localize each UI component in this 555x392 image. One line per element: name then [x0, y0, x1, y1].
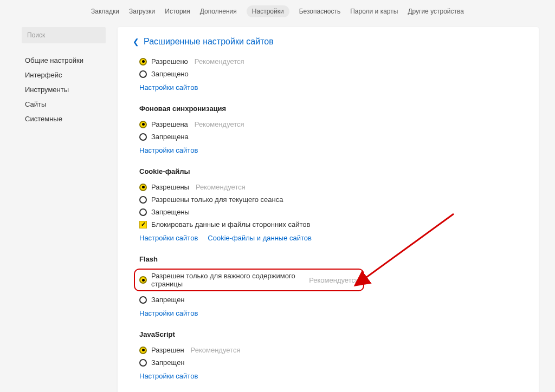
top-tabs: Закладки Загрузки История Дополнения Нас…	[0, 0, 555, 22]
option-allowed[interactable]: Разрешено Рекомендуется	[139, 55, 524, 68]
main-panel: ❮ Расширенные настройки сайтов Разрешено…	[118, 27, 539, 392]
sidebar: Поиск Общие настройки Интерфейс Инструме…	[22, 27, 106, 392]
option-allowed[interactable]: Разрешены Рекомендуется	[139, 181, 524, 193]
sidebar-item-system[interactable]: Системные	[22, 112, 106, 126]
tab-downloads[interactable]: Загрузки	[129, 8, 155, 15]
site-settings-link[interactable]: Настройки сайтов	[139, 309, 198, 317]
radio-icon[interactable]	[139, 359, 147, 367]
section-cookies: Cookie-файлы Разрешены Рекомендуется Раз…	[133, 167, 524, 242]
radio-icon[interactable]	[139, 184, 147, 191]
recommended-hint: Рекомендуется	[195, 57, 244, 66]
section-title: JavaScript	[139, 330, 524, 338]
option-allowed[interactable]: Разрешен Рекомендуется	[139, 344, 524, 356]
option-label: Запрещены	[151, 208, 190, 216]
section-title: Flash	[139, 255, 524, 263]
option-denied[interactable]: Запрещен	[139, 293, 524, 306]
recommended-hint: Рекомендуется	[195, 120, 244, 128]
site-settings-link[interactable]: Настройки сайтов	[139, 83, 198, 92]
tab-security[interactable]: Безопасность	[299, 8, 341, 15]
sidebar-item-tools[interactable]: Инструменты	[22, 82, 106, 97]
sidebar-item-sites[interactable]: Сайты	[22, 97, 106, 112]
recommended-hint: Рекомендуется	[309, 276, 359, 284]
section-generic: Разрешено Рекомендуется Запрещено Настро…	[133, 55, 524, 92]
option-label: Блокировать данные и файлы сторонних сай…	[151, 220, 310, 228]
option-label: Разрешено	[151, 57, 188, 66]
option-label: Запрещен	[151, 358, 185, 367]
recommended-hint: Рекомендуется	[196, 183, 246, 191]
option-label: Запрещен	[151, 296, 185, 304]
site-settings-link[interactable]: Настройки сайтов	[139, 372, 198, 380]
cookie-data-link[interactable]: Cookie-файлы и данные сайтов	[208, 234, 312, 242]
highlighted-option: Разрешен только для важного содержимого …	[134, 269, 364, 291]
section-javascript: JavaScript Разрешен Рекомендуется Запрещ…	[133, 330, 524, 380]
radio-icon[interactable]	[139, 347, 147, 354]
main-header[interactable]: ❮ Расширенные настройки сайтов	[133, 37, 524, 47]
option-session-only[interactable]: Разрешены только для текущего сеанса	[139, 193, 524, 206]
option-block-third-party[interactable]: ✓ Блокировать данные и файлы сторонних с…	[139, 218, 524, 231]
option-denied[interactable]: Запрещена	[139, 130, 524, 143]
sidebar-item-interface[interactable]: Интерфейс	[22, 68, 106, 82]
search-input[interactable]: Поиск	[22, 27, 106, 43]
option-label: Запрещено	[151, 70, 189, 78]
tab-devices[interactable]: Другие устройства	[408, 8, 464, 15]
radio-icon[interactable]	[139, 296, 147, 304]
section-background-sync: Фоновая синхронизация Разрешена Рекоменд…	[133, 104, 524, 154]
radio-icon[interactable]	[139, 208, 147, 216]
option-allowed[interactable]: Разрешена Рекомендуется	[139, 118, 524, 130]
page-title: Расширенные настройки сайтов	[144, 37, 274, 47]
tab-passwords[interactable]: Пароли и карты	[350, 8, 398, 15]
section-flash: Flash Разрешен только для важного содерж…	[133, 255, 524, 317]
radio-icon[interactable]	[139, 58, 147, 66]
section-title: Cookie-файлы	[139, 167, 524, 175]
radio-icon[interactable]	[139, 133, 147, 141]
option-label: Разрешены только для текущего сеанса	[151, 195, 283, 204]
tab-history[interactable]: История	[165, 8, 190, 15]
checkbox-icon[interactable]: ✓	[139, 221, 147, 228]
site-settings-link[interactable]: Настройки сайтов	[139, 234, 198, 242]
option-label: Разрешены	[151, 183, 189, 191]
radio-icon[interactable]	[139, 70, 147, 78]
site-settings-link[interactable]: Настройки сайтов	[139, 146, 198, 154]
section-title: Фоновая синхронизация	[139, 104, 524, 113]
tab-settings[interactable]: Настройки	[247, 5, 289, 17]
tab-bookmarks[interactable]: Закладки	[91, 8, 119, 15]
option-denied[interactable]: Запрещен	[139, 356, 524, 369]
recommended-hint: Рекомендуется	[191, 346, 241, 354]
option-denied[interactable]: Запрещены	[139, 206, 524, 218]
option-label: Разрешена	[151, 120, 188, 128]
radio-icon[interactable]	[139, 276, 147, 284]
radio-icon[interactable]	[139, 196, 147, 204]
radio-icon[interactable]	[139, 121, 147, 128]
back-chevron-icon[interactable]: ❮	[133, 37, 139, 46]
tab-addons[interactable]: Дополнения	[200, 8, 237, 15]
sidebar-item-general[interactable]: Общие настройки	[22, 53, 106, 68]
option-label: Разрешен только для важного содержимого …	[151, 272, 302, 288]
option-label: Разрешен	[151, 346, 184, 354]
option-denied[interactable]: Запрещено	[139, 68, 524, 80]
option-label: Запрещена	[151, 133, 189, 141]
